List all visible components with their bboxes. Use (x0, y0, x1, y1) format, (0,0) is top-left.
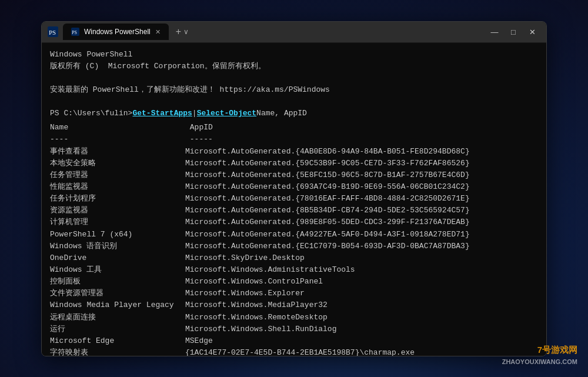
watermark: 7号游戏网 ZHAOYOUXIWANG.COM (502, 343, 577, 366)
watermark-url: ZHAOYOUXIWANG.COM (502, 357, 577, 367)
col-dash-name: ---- (50, 134, 185, 145)
tab-label: Windows PowerShell (84, 28, 151, 36)
row-name: Microsoft Edge (50, 335, 185, 347)
row-name: OneDrive (50, 252, 185, 264)
window-controls: — □ ✕ (486, 26, 540, 38)
table-row: 运行Microsoft.Windows.Shell.RunDialog (50, 323, 538, 335)
row-name: 性能监视器 (50, 181, 185, 193)
close-button[interactable]: ✕ (524, 26, 540, 38)
header-line4: 安装最新的 PowerShell，了解新功能和改进！ https://aka.m… (50, 84, 538, 96)
minimize-button[interactable]: — (486, 26, 503, 38)
col-dash-appid: ----- (190, 135, 213, 144)
row-name: 文件资源管理器 (50, 288, 185, 299)
table-row: OneDriveMicrosoft.SkyDrive.Desktop (50, 252, 538, 264)
table-row: 控制面板Microsoft.Windows.ControlPanel (50, 276, 538, 288)
row-name: Windows Media Player Legacy (50, 299, 185, 311)
row-appid: Microsoft.Windows.Explorer (185, 289, 305, 298)
row-name: 计算机管理 (50, 216, 185, 228)
row-appid: Microsoft.AutoGenerated.{8B5B34DF-CB74-2… (185, 206, 470, 215)
row-appid: Microsoft.AutoGenerated.{EC1C7079-B054-6… (185, 242, 470, 251)
row-name: 资源监视器 (50, 205, 185, 216)
table-rows: 事件查看器Microsoft.AutoGenerated.{4AB0E8D6-9… (50, 146, 538, 356)
header-line5 (50, 96, 538, 108)
row-appid: Microsoft.SkyDrive.Desktop (185, 253, 305, 262)
row-appid: Microsoft.Windows.RemoteDesktop (185, 313, 328, 322)
svg-text:PS: PS (72, 30, 77, 35)
table-row: 远程桌面连接Microsoft.Windows.RemoteDesktop (50, 312, 538, 323)
header-line3 (50, 72, 538, 84)
row-name: 字符映射表 (50, 347, 185, 355)
table-row: PowerShell 7 (x64)Microsoft.AutoGenerate… (50, 229, 538, 241)
table-row: 资源监视器Microsoft.AutoGenerated.{8B5B34DF-C… (50, 205, 538, 216)
row-appid: Microsoft.Windows.AdministrativeTools (185, 265, 355, 274)
row-appid: Microsoft.AutoGenerated.{59C53B9F-9C05-C… (185, 159, 470, 168)
terminal-content[interactable]: Windows PowerShell 版权所有 (C) Microsoft Co… (42, 43, 546, 356)
command-args: Name, AppID (256, 108, 307, 119)
row-name: 运行 (50, 323, 185, 335)
row-name: Windows 语音识别 (50, 241, 185, 252)
command-line: PS C:\Users\fulin> Get-StartApps | Selec… (50, 108, 538, 119)
row-name: 事件查看器 (50, 146, 185, 158)
table-row: 任务计划程序Microsoft.AutoGenerated.{78016EAF-… (50, 193, 538, 205)
table-row: 任务管理器Microsoft.AutoGenerated.{5E8FC15D-9… (50, 169, 538, 181)
tab-powershell[interactable]: PS Windows PowerShell ✕ (63, 24, 169, 40)
row-appid: Microsoft.Windows.ControlPanel (185, 277, 323, 286)
table-header-row: Name AppID (50, 122, 538, 134)
watermark-name: 7号游戏网 (502, 343, 577, 357)
new-tab-button[interactable]: + ∨ (171, 26, 193, 37)
table-row: Windows Media Player LegacyMicrosoft.Win… (50, 299, 538, 311)
tab-close-button[interactable]: ✕ (155, 28, 161, 36)
table-row: Windows 语音识别Microsoft.AutoGenerated.{EC1… (50, 241, 538, 252)
pipe-char: | (192, 108, 197, 119)
header-line2: 版权所有 (C) Microsoft Corporation。保留所有权利。 (50, 61, 538, 72)
row-name: PowerShell 7 (x64) (50, 229, 185, 241)
desktop: PS PS Windows PowerShell ✕ + ∨ — (0, 0, 588, 377)
col-header-appid: AppID (190, 123, 213, 132)
row-appid: MSEdge (185, 336, 213, 345)
prompt: PS C:\Users\fulin> (50, 108, 132, 119)
command-select: Select-Object (197, 108, 256, 119)
row-name: 任务管理器 (50, 169, 185, 181)
tab-icon: PS (71, 28, 79, 36)
row-name: 本地安全策略 (50, 158, 185, 169)
table-row: 本地安全策略Microsoft.AutoGenerated.{59C53B9F-… (50, 158, 538, 169)
row-appid: Microsoft.AutoGenerated.{989E8F05-5DED-C… (185, 218, 470, 226)
table-row: 性能监视器Microsoft.AutoGenerated.{693A7C49-B… (50, 181, 538, 193)
row-appid: Microsoft.Windows.Shell.RunDialog (185, 325, 336, 333)
table-dash-row: ---- ----- (50, 134, 538, 145)
table-area: Name AppID ---- ----- 事件查看器Microsoft.Aut… (50, 122, 538, 355)
row-appid: {1AC14E77-02E7-4E5D-B744-2EB1AE5198B7}\c… (185, 348, 415, 355)
row-name: 远程桌面连接 (50, 312, 185, 323)
col-header-name: Name (50, 122, 185, 134)
table-row: 计算机管理Microsoft.AutoGenerated.{989E8F05-5… (50, 216, 538, 228)
table-row: 事件查看器Microsoft.AutoGenerated.{4AB0E8D6-9… (50, 146, 538, 158)
tab-area: PS Windows PowerShell ✕ + ∨ (63, 24, 486, 40)
row-name: Windows 工具 (50, 264, 185, 276)
table-row: Microsoft EdgeMSEdge (50, 335, 538, 347)
row-appid: Microsoft.AutoGenerated.{5E8FC15D-96C5-8… (185, 171, 470, 179)
row-name: 控制面板 (50, 276, 185, 288)
titlebar: PS PS Windows PowerShell ✕ + ∨ — (42, 22, 546, 43)
table-row: 文件资源管理器Microsoft.Windows.Explorer (50, 288, 538, 299)
command-get: Get-StartApps (132, 108, 192, 119)
row-appid: Microsoft.Windows.MediaPlayer32 (185, 301, 328, 309)
maximize-button[interactable]: □ (505, 26, 522, 38)
svg-text:PS: PS (49, 29, 56, 36)
row-name: 任务计划程序 (50, 193, 185, 205)
table-row: Windows 工具Microsoft.Windows.Administrati… (50, 264, 538, 276)
row-appid: Microsoft.AutoGenerated.{4AB0E8D6-94A9-8… (185, 147, 470, 156)
powershell-window: PS PS Windows PowerShell ✕ + ∨ — (41, 21, 547, 356)
row-appid: Microsoft.AutoGenerated.{A49227EA-5AF0-D… (185, 230, 470, 239)
row-appid: Microsoft.AutoGenerated.{693A7C49-B19D-9… (185, 182, 470, 191)
header-line1: Windows PowerShell (50, 49, 538, 61)
powershell-icon: PS (48, 26, 58, 37)
table-row: 字符映射表{1AC14E77-02E7-4E5D-B744-2EB1AE5198… (50, 347, 538, 355)
row-appid: Microsoft.AutoGenerated.{78016EAF-FAFF-4… (185, 194, 470, 203)
